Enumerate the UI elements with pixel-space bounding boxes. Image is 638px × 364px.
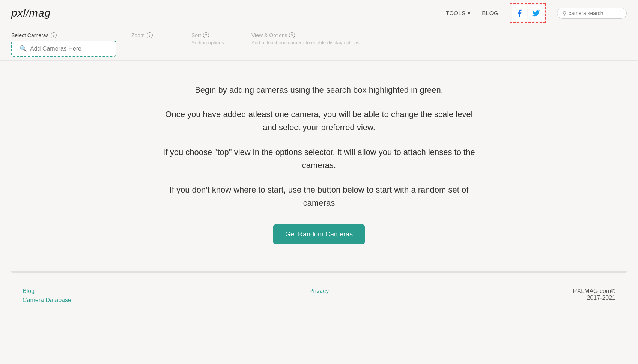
footer-center-col: Privacy — [220, 288, 418, 297]
copyright-line-2: 2017-2021 — [573, 295, 615, 301]
random-cameras-button[interactable]: Get Random Cameras — [273, 224, 365, 244]
page-divider — [11, 271, 627, 273]
footer-blog-link[interactable]: Blog — [23, 288, 220, 295]
zoom-help-icon[interactable]: ? — [147, 32, 153, 38]
global-search-input[interactable] — [569, 10, 621, 16]
twitter-icon[interactable] — [528, 5, 544, 21]
footer-left-col: Blog Camera Database — [23, 288, 220, 306]
header: pxl/mag TOOLS ▾ BLOG ⚲ — [0, 0, 638, 26]
instruction-line-2: Once you have added atleast one camera, … — [161, 108, 477, 134]
zoom-label: Zoom ? — [131, 32, 176, 38]
main-content: Begin by adding cameras using the search… — [150, 61, 488, 259]
facebook-icon[interactable] — [512, 5, 527, 21]
footer: Blog Camera Database Privacy PXLMAG.com©… — [0, 277, 638, 317]
select-cameras-help-icon[interactable]: ? — [51, 32, 57, 38]
select-cameras-label: Select Cameras ? — [11, 32, 116, 38]
nav-tools[interactable]: TOOLS ▾ — [446, 10, 471, 17]
zoom-section: Zoom ? — [131, 32, 176, 38]
tools-label: TOOLS — [446, 10, 466, 16]
logo: pxl/mag — [11, 7, 51, 19]
view-options-sub: Add at least one camera to enable displa… — [251, 40, 361, 45]
footer-privacy-link[interactable]: Privacy — [309, 288, 329, 295]
sort-sub: Sorting options. — [191, 40, 236, 45]
sort-section: Sort ? Sorting options. — [191, 32, 236, 45]
instruction-line-4: If you don't know where to start, use th… — [161, 183, 477, 209]
search-icon: ⚲ — [563, 10, 566, 16]
footer-copyright: PXLMAG.com© 2017-2021 — [573, 288, 615, 301]
copyright-line-1: PXLMAG.com© — [573, 288, 615, 295]
sort-label: Sort ? — [191, 32, 236, 38]
footer-camera-database-link[interactable]: Camera Database — [23, 297, 220, 304]
camera-search-icon: 🔍 — [20, 45, 27, 52]
sort-help-icon[interactable]: ? — [203, 32, 209, 38]
toolbar: Select Cameras ? 🔍 Zoom ? Sort ? Sorting… — [0, 26, 638, 61]
instruction-line-3: If you choose "top" view in the options … — [161, 146, 477, 172]
view-options-section: View & Options ? Add at least one camera… — [251, 32, 361, 45]
select-cameras-section: Select Cameras ? 🔍 — [11, 32, 116, 57]
global-search-box[interactable]: ⚲ — [557, 8, 627, 19]
footer-right-col: PXLMAG.com© 2017-2021 — [418, 288, 615, 301]
social-icons-container — [510, 3, 546, 23]
view-options-label: View & Options ? — [251, 32, 361, 38]
view-options-help-icon[interactable]: ? — [289, 32, 295, 38]
nav-links: TOOLS ▾ BLOG ⚲ — [446, 3, 627, 23]
chevron-down-icon: ▾ — [468, 10, 471, 17]
instruction-line-1: Begin by adding cameras using the search… — [161, 83, 477, 96]
camera-search-box[interactable]: 🔍 — [11, 41, 116, 57]
nav-blog[interactable]: BLOG — [482, 10, 498, 16]
camera-search-input[interactable] — [30, 45, 108, 52]
